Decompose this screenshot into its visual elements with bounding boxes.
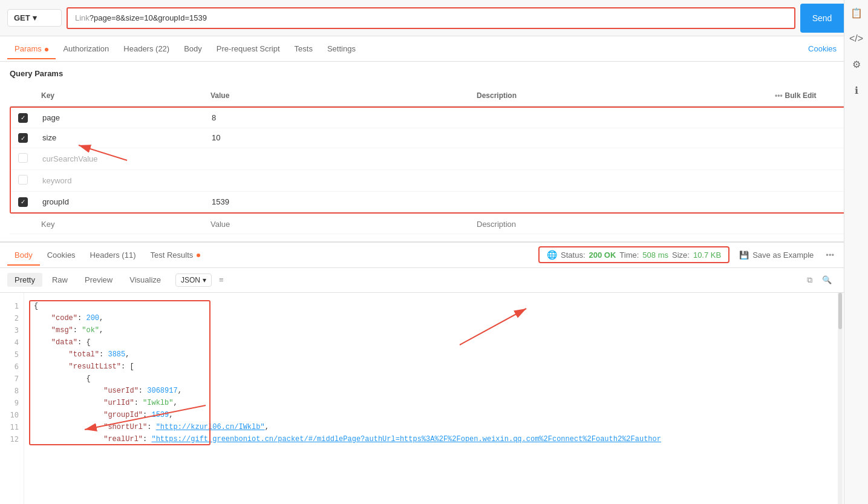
add-desc-cell[interactable] — [469, 216, 768, 232]
header-checkbox-col — [10, 89, 34, 102]
param-checkbox-size[interactable] — [11, 129, 35, 147]
param-checkbox-keyword[interactable] — [11, 171, 35, 190]
sidebar-icon-info[interactable]: ℹ — [852, 82, 861, 99]
params-grid: Key Value Description ••• Bulk Edit page — [10, 85, 858, 234]
param-value-page[interactable]: 8 — [204, 110, 471, 126]
param-desc-groupid[interactable] — [471, 198, 766, 205]
method-value: GET — [14, 13, 30, 22]
param-value-cursearchvalue[interactable] — [204, 155, 471, 163]
tab-tests[interactable]: Tests — [287, 38, 320, 59]
response-tabs: Body Cookies Headers (11) Test Results 🌐… — [0, 243, 868, 268]
url-base: Link — [75, 14, 90, 22]
response-tab-body[interactable]: Body — [7, 244, 40, 266]
format-tab-visualize[interactable]: Visualize — [122, 273, 168, 287]
status-label: Status: — [561, 250, 585, 260]
param-checkbox-groupid[interactable] — [11, 193, 35, 211]
sidebar-icon-clipboard[interactable]: 📋 — [848, 5, 865, 21]
add-key-input[interactable] — [41, 220, 196, 229]
param-key-groupid[interactable]: groupId — [35, 194, 204, 210]
right-sidebar: 📋 </> ⚙ ℹ — [844, 0, 868, 504]
format-tab-raw[interactable]: Raw — [45, 273, 75, 287]
params-header: Key Value Description ••• Bulk Edit — [10, 85, 858, 106]
param-desc-cursearchvalue[interactable] — [471, 155, 766, 163]
checkbox-page[interactable] — [18, 113, 28, 123]
tab-settings[interactable]: Settings — [320, 38, 363, 59]
bulk-edit-btn[interactable]: Bulk Edit — [785, 91, 817, 100]
checkbox-size[interactable] — [18, 133, 28, 143]
tab-pre-request-script[interactable]: Pre-request Script — [209, 38, 287, 59]
header-description-col: Description — [469, 89, 768, 102]
checkbox-groupid[interactable] — [18, 197, 28, 207]
method-chevron: ▾ — [33, 13, 37, 22]
checkbox-cursearchvalue[interactable] — [18, 153, 28, 163]
url-input-wrapper: Link ?page=8&size=10&groupId=1539 — [67, 7, 795, 29]
query-params-section: Query Params Key Value Description ••• B… — [0, 62, 868, 241]
param-add-row — [10, 215, 858, 234]
tab-body[interactable]: Body — [177, 38, 209, 59]
param-value-groupid[interactable]: 1539 — [204, 194, 471, 210]
param-row-cursearchvalue: curSearchValue — [11, 148, 857, 170]
response-section: Body Cookies Headers (11) Test Results 🌐… — [0, 241, 868, 505]
copy-button[interactable]: ⧉ — [804, 273, 815, 287]
code-actions: ⧉ 🔍 — [804, 273, 834, 287]
method-select[interactable]: GET ▾ — [7, 9, 62, 27]
tab-headers[interactable]: Headers (22) — [116, 38, 177, 59]
param-row-groupid: groupId 1539 — [11, 192, 857, 212]
globe-icon: 🌐 — [547, 250, 557, 260]
response-tab-headers[interactable]: Headers (11) — [83, 244, 143, 266]
param-desc-size[interactable] — [471, 134, 766, 142]
param-checkbox-page[interactable] — [11, 109, 35, 126]
param-checkbox-cursearchvalue[interactable] — [11, 149, 35, 168]
test-results-dot — [197, 254, 200, 257]
sidebar-icon-gear[interactable]: ⚙ — [850, 56, 863, 73]
param-row-size: size 10 — [11, 128, 857, 149]
param-desc-page[interactable] — [471, 114, 766, 121]
param-row-page: page 8 — [11, 108, 857, 128]
sidebar-icon-code[interactable]: </> — [847, 31, 866, 47]
header-key-col: Key — [34, 89, 203, 102]
add-value-cell[interactable] — [203, 216, 469, 232]
code-red-box — [29, 300, 210, 445]
code-content: { "code": 200, "msg": "ok", "data": { "t… — [24, 293, 868, 505]
param-value-keyword[interactable] — [204, 177, 471, 185]
request-tabs: Params Authorization Headers (22) Body P… — [0, 36, 868, 62]
tab-cookies[interactable]: Cookies — [808, 44, 837, 53]
param-key-keyword[interactable]: keyword — [35, 172, 204, 189]
tab-authorization[interactable]: Authorization — [56, 38, 116, 59]
param-value-size[interactable]: 10 — [204, 129, 471, 146]
time-label: Time: — [619, 250, 639, 260]
response-tab-test-results[interactable]: Test Results — [143, 244, 207, 266]
more-icon[interactable]: ••• — [775, 91, 783, 100]
param-key-cursearchvalue[interactable]: curSearchValue — [35, 151, 204, 167]
scrollbar-thumb[interactable] — [838, 293, 842, 329]
code-view: 12345 678910 1112 { "code": 200, "msg": … — [0, 293, 868, 505]
param-key-page[interactable]: page — [35, 110, 204, 126]
response-status-area: 🌐 Status: 200 OK Time: 508 ms Size: 10.7… — [538, 246, 837, 263]
query-params-title: Query Params — [10, 69, 858, 78]
add-desc-input[interactable] — [477, 220, 760, 229]
tab-params[interactable]: Params — [7, 38, 56, 59]
checkbox-keyword[interactable] — [18, 175, 28, 185]
format-tab-pretty[interactable]: Pretty — [7, 273, 42, 287]
size-value: 10.7 KB — [693, 250, 721, 260]
save-example-button[interactable]: 💾 Save as Example — [734, 248, 818, 262]
param-key-size[interactable]: size — [35, 129, 204, 146]
url-params: ?page=8&size=10&groupId=1539 — [90, 14, 207, 22]
time-value: 508 ms — [642, 250, 668, 260]
size-label: Size: — [672, 250, 690, 260]
search-button[interactable]: 🔍 — [820, 273, 834, 287]
json-format-select[interactable]: JSON ▾ — [175, 273, 212, 287]
response-tab-cookies[interactable]: Cookies — [40, 244, 83, 266]
json-chevron: ▾ — [203, 276, 206, 284]
status-box: 🌐 Status: 200 OK Time: 508 ms Size: 10.7… — [538, 246, 729, 263]
more-options-button[interactable]: ••• — [823, 248, 837, 262]
param-desc-keyword[interactable] — [471, 177, 766, 185]
body-format-bar: Pretty Raw Preview Visualize JSON ▾ ≡ ⧉ … — [0, 268, 868, 293]
save-example-label: Save as Example — [752, 250, 814, 260]
params-red-box: page 8 size 10 — [10, 106, 858, 214]
add-key-cell[interactable] — [34, 216, 203, 232]
format-tab-preview[interactable]: Preview — [77, 273, 120, 287]
filter-button[interactable]: ≡ — [217, 273, 226, 287]
add-value-input[interactable] — [210, 220, 462, 229]
line-numbers: 12345 678910 1112 — [0, 293, 24, 505]
